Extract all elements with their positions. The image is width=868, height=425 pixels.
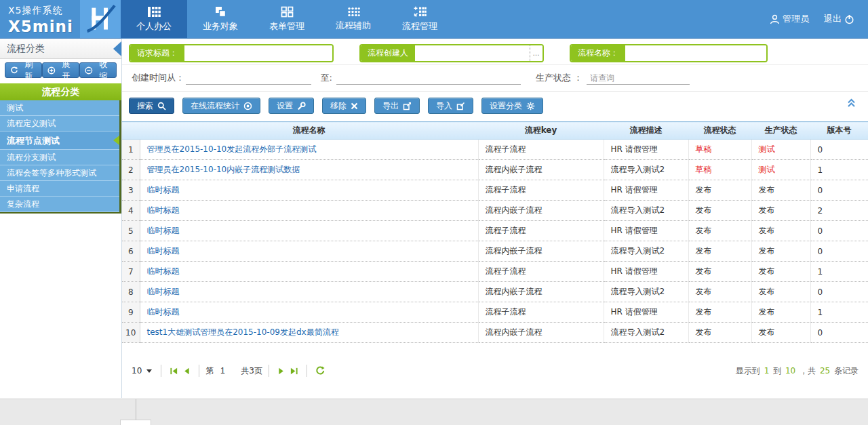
set-category-button[interactable]: 设置分类 [481, 98, 543, 114]
process-creator-label: 流程创建人 [361, 45, 415, 61]
double-chevron-up-icon [846, 98, 857, 108]
process-key-cell: 流程内嵌子流程 [478, 201, 604, 221]
process-creator-input[interactable] [415, 45, 530, 61]
process-key-cell: 流程子流程 [478, 302, 604, 323]
pager-separator [307, 365, 307, 377]
plus-circle-icon [47, 66, 56, 75]
pager-separator [199, 365, 199, 377]
created-to-input[interactable] [336, 72, 521, 85]
export-icon [403, 102, 412, 110]
sidebar-category-item[interactable]: 流程分支测试 [0, 150, 119, 165]
table-row[interactable]: 2 管理员在2015-10-10内嵌子流程测试数据 流程内嵌子流程 流程导入测试… [122, 160, 868, 180]
next-page-button[interactable] [277, 367, 285, 376]
tab-business-objects[interactable]: 业务对象 [187, 0, 254, 38]
col-process-name[interactable]: 流程名称 [140, 122, 478, 140]
summary-prefix: 显示到 [736, 366, 760, 376]
refresh-button[interactable]: 刷新 [5, 62, 42, 78]
grid-blocks-icon [147, 6, 161, 18]
export-button-label: 导出 [382, 100, 399, 112]
process-name-link[interactable]: 临时标题 [147, 246, 180, 256]
table-header-row: 流程名称 流程key 流程描述 流程状态 生产状态 版本号 [122, 122, 868, 140]
panel-collapse-arrow-icon[interactable] [113, 41, 121, 56]
process-name-link[interactable]: 临时标题 [147, 266, 180, 276]
remove-button-label: 移除 [330, 100, 347, 112]
production-status-cell: 发布 [751, 302, 810, 323]
table-row[interactable]: 7 临时标题 流程子流程 HR 请假管理 发布 发布 1 [122, 262, 868, 282]
set-category-button-label: 设置分类 [490, 100, 522, 112]
production-status-label: 生产状态 ： [536, 72, 583, 84]
page-prefix: 第 [205, 365, 214, 377]
sidebar-category-item[interactable]: 流程定义测试 [0, 116, 119, 131]
sidebar-category-item[interactable]: 流程节点测试 [0, 131, 119, 150]
process-name-link[interactable]: 临时标题 [147, 185, 180, 195]
wrench-icon [297, 102, 306, 110]
search-button[interactable]: 搜索 [129, 98, 174, 114]
process-name-link[interactable]: 临时标题 [147, 226, 180, 235]
table-row[interactable]: 3 临时标题 流程子流程 HR 请假管理 发布 发布 0 [122, 180, 868, 201]
grid-toolbar: 搜索 在线流程统计 设置 移除 [122, 92, 868, 120]
table-row[interactable]: 1 管理员在2015-10-10发起流程外部子流程测试 流程子流程 HR 请假管… [122, 140, 868, 160]
refresh-icon [10, 66, 18, 75]
table-row[interactable]: 4 临时标题 流程内嵌子流程 流程导入测试2 发布 发布 2 [122, 201, 868, 221]
last-page-button[interactable] [290, 367, 298, 376]
import-button[interactable]: 导入 [428, 98, 473, 114]
sidebar-category-item[interactable]: 流程会签等多种形式测试 [0, 165, 119, 181]
settings-button-label: 设置 [277, 100, 293, 112]
production-status-cell: 发布 [751, 201, 810, 221]
settings-button[interactable]: 设置 [269, 98, 314, 114]
production-status-input[interactable] [587, 72, 690, 85]
creator-picker-button[interactable]: … [530, 45, 542, 61]
logout-button[interactable]: 退出 [824, 13, 854, 25]
tab-process-assist[interactable]: 流程辅助 [320, 0, 387, 38]
summary-to: 10 [785, 366, 795, 376]
prev-page-button[interactable] [182, 367, 191, 376]
col-version[interactable]: 版本号 [810, 122, 868, 140]
current-page-input[interactable] [214, 365, 231, 377]
sidebar-category-item[interactable]: 复杂流程 [0, 197, 119, 212]
current-user[interactable]: 管理员 [770, 13, 809, 25]
table-row[interactable]: 10 test1大雄测试管理员在2015-10-09发起dx最简流程 流程内嵌子… [122, 323, 868, 343]
process-desc-cell: 流程导入测试2 [604, 160, 688, 180]
tab-personal-office[interactable]: 个人办公 [121, 0, 187, 38]
process-name-link[interactable]: 临时标题 [147, 287, 180, 296]
sidebar-category-item[interactable]: 申请流程 [0, 181, 119, 197]
brand: X5操作系统 X5mini [0, 0, 121, 38]
export-button[interactable]: 导出 [374, 98, 420, 114]
col-production-status[interactable]: 生产状态 [751, 122, 810, 140]
sidebar-category-label: 流程节点测试 [7, 136, 60, 146]
first-page-button[interactable] [170, 367, 178, 376]
online-process-stats-button[interactable]: 在线流程统计 [182, 98, 260, 114]
page-size-dropdown[interactable]: 10 [129, 366, 155, 376]
version-cell: 0 [810, 282, 868, 302]
remove-button[interactable]: 移除 [322, 98, 366, 114]
collapse-all-button[interactable]: 收缩 [79, 62, 117, 78]
process-name-link[interactable]: 临时标题 [147, 205, 180, 215]
expand-all-button[interactable]: 展开 [42, 62, 79, 78]
created-from-label: 创建时间从 : [132, 72, 182, 84]
process-name-link[interactable]: test1大雄测试管理员在2015-10-09发起dx最简流程 [147, 327, 339, 337]
sidebar-category-item[interactable]: 测试 [0, 100, 119, 116]
process-name-link[interactable]: 管理员在2015-10-10内嵌子流程测试数据 [147, 165, 300, 174]
tab-form-management[interactable]: 表单管理 [254, 0, 320, 38]
table-row[interactable]: 5 临时标题 流程子流程 HR 请假管理 发布 发布 0 [122, 221, 868, 241]
sidebar-category-label: 申请流程 [7, 184, 39, 193]
prev-page-icon [182, 367, 191, 376]
process-name-link[interactable]: 管理员在2015-10-10发起流程外部子流程测试 [147, 144, 317, 154]
collapse-search-panel-icon[interactable] [846, 98, 857, 110]
process-name-input[interactable] [625, 45, 766, 61]
col-process-key[interactable]: 流程key [478, 122, 604, 140]
process-name-link[interactable]: 临时标题 [147, 307, 180, 317]
tab-process-management[interactable]: 流程管理 [387, 0, 453, 38]
process-desc-cell: 流程导入测试2 [604, 323, 688, 343]
reload-grid-button[interactable] [315, 366, 325, 376]
table-row[interactable]: 6 临时标题 流程内嵌子流程 流程导入测试2 发布 发布 0 [122, 241, 868, 262]
splitter-handle[interactable] [120, 420, 151, 425]
col-process-desc[interactable]: 流程描述 [604, 122, 688, 140]
created-from-input[interactable] [186, 72, 311, 85]
table-row[interactable]: 8 临时标题 流程内嵌子流程 流程导入测试2 发布 发布 0 [122, 282, 868, 302]
table-row[interactable]: 9 临时标题 流程子流程 HR 请假管理 发布 发布 1 [122, 302, 868, 323]
request-title-input[interactable] [184, 45, 332, 61]
col-process-status[interactable]: 流程状态 [688, 122, 751, 140]
process-status-cell: 发布 [688, 262, 751, 282]
summary-total: 25 [820, 366, 830, 376]
